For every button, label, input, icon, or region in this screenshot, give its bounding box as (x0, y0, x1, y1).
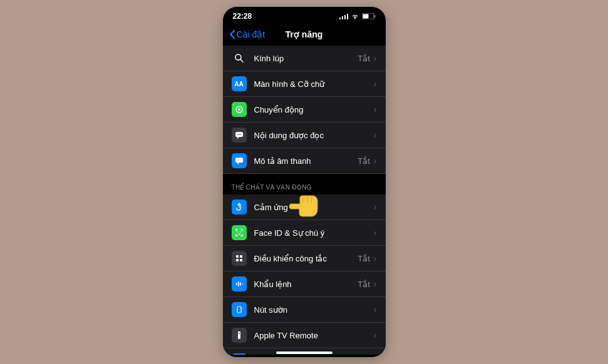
row-touch[interactable]: Cảm ứng › (223, 195, 386, 220)
row-sidebutton[interactable]: Nút sườn › (223, 297, 386, 323)
svg-point-30 (239, 333, 240, 334)
settings-content[interactable]: Kính lúp Tắt › AA Màn hình & Cỡ chữ › Ch… (223, 46, 386, 355)
switch-control-icon (232, 251, 247, 266)
chevron-right-icon: › (374, 253, 377, 263)
row-label: Chuyển động (254, 105, 374, 114)
svg-rect-26 (242, 283, 243, 285)
svg-point-17 (237, 231, 239, 233)
phone-screen: 22:28 Cài đặt Trợ năng Kính lúp Tắt › AA (223, 7, 386, 357)
voice-control-icon (232, 276, 247, 291)
magnifier-icon (232, 51, 247, 66)
row-label: Mô tả âm thanh (254, 156, 358, 166)
svg-line-8 (240, 59, 243, 62)
row-faceid[interactable]: Face ID & Sự chú ý › (223, 220, 386, 246)
wifi-icon (351, 13, 359, 19)
chevron-right-icon: › (374, 156, 377, 166)
chevron-right-icon: › (374, 228, 377, 238)
signal-icon (339, 13, 348, 19)
touch-icon (232, 200, 247, 215)
back-button[interactable]: Cài đặt (229, 29, 265, 39)
row-label: Điều khiển công tắc (254, 254, 358, 263)
row-label: Apple TV Remote (254, 331, 374, 340)
audio-description-icon (232, 153, 247, 168)
svg-point-13 (240, 134, 241, 135)
status-icons (339, 13, 376, 19)
chevron-right-icon: › (374, 279, 377, 289)
svg-rect-22 (240, 259, 242, 261)
apple-tv-remote-icon (232, 328, 247, 343)
status-time: 22:28 (233, 12, 252, 21)
svg-rect-29 (238, 331, 240, 339)
motion-icon (232, 102, 247, 117)
svg-point-18 (240, 231, 241, 233)
svg-rect-21 (236, 259, 239, 261)
side-button-icon (232, 302, 247, 317)
chevron-right-icon: › (374, 130, 377, 140)
row-magnifier[interactable]: Kính lúp Tắt › (223, 46, 386, 71)
chevron-right-icon: › (374, 53, 377, 63)
svg-point-12 (239, 134, 240, 135)
svg-rect-25 (240, 282, 241, 286)
svg-rect-20 (240, 255, 242, 258)
row-spoken[interactable]: Nội dung được đọc › (223, 123, 386, 148)
pointer-control-icon (232, 353, 247, 355)
text-size-icon: AA (232, 76, 247, 91)
battery-icon (362, 13, 376, 19)
row-label: Kính lúp (254, 54, 358, 63)
status-bar: 22:28 (223, 7, 386, 23)
row-value: Tắt (358, 254, 370, 263)
svg-rect-2 (344, 15, 346, 19)
row-label: Màn hình & Cỡ chữ (254, 79, 374, 89)
row-label: Cảm ứng (254, 203, 374, 212)
chevron-left-icon (229, 29, 235, 39)
faceid-icon (232, 225, 247, 240)
svg-rect-5 (363, 14, 368, 19)
svg-rect-3 (347, 14, 348, 19)
row-label: Nút sườn (254, 305, 374, 315)
row-value: Tắt (358, 280, 370, 289)
svg-rect-23 (236, 283, 237, 285)
home-indicator[interactable] (276, 351, 332, 354)
row-value: Tắt (358, 54, 370, 63)
svg-rect-0 (339, 18, 341, 19)
svg-point-11 (237, 134, 239, 135)
row-motion[interactable]: Chuyển động › (223, 97, 386, 123)
row-label: Nội dung được đọc (254, 131, 374, 140)
nav-bar: Cài đặt Trợ năng (223, 23, 386, 46)
chevron-right-icon: › (374, 305, 377, 315)
row-display[interactable]: AA Màn hình & Cỡ chữ › (223, 71, 386, 97)
svg-rect-19 (236, 255, 239, 258)
speech-bubble-icon (232, 128, 247, 143)
section-header-physical: THỂ CHẤT VÀ VẬN ĐỘNG (223, 174, 386, 195)
svg-rect-24 (238, 281, 239, 286)
row-value: Tắt (358, 156, 370, 166)
svg-rect-28 (241, 308, 242, 309)
back-label: Cài đặt (237, 29, 265, 39)
chevron-right-icon: › (374, 79, 377, 89)
row-atvremote[interactable]: Apple TV Remote › (223, 323, 386, 348)
chevron-right-icon: › (374, 104, 377, 114)
svg-rect-1 (342, 16, 343, 19)
chevron-right-icon: › (374, 330, 377, 340)
nav-title: Trợ năng (286, 29, 323, 39)
row-switch[interactable]: Điều khiển công tắc Tắt › (223, 246, 386, 271)
svg-point-10 (238, 108, 240, 111)
row-audiodesc[interactable]: Mô tả âm thanh Tắt › (223, 148, 386, 174)
svg-rect-27 (237, 306, 241, 313)
svg-rect-6 (374, 15, 376, 18)
row-label: Khẩu lệnh (254, 280, 358, 289)
row-voice[interactable]: Khẩu lệnh Tắt › (223, 271, 386, 297)
row-label: Face ID & Sự chú ý (254, 228, 374, 238)
chevron-right-icon: › (374, 202, 377, 212)
